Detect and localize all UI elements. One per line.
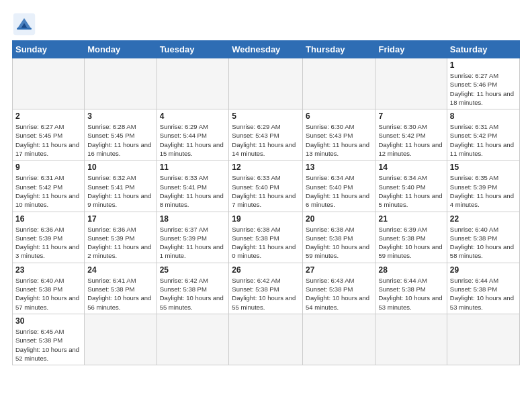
day-number: 12 (232, 163, 300, 172)
day-number: 1 (450, 60, 517, 70)
calendar-cell: 1Sunrise: 6:27 AM Sunset: 5:46 PM Daylig… (447, 58, 519, 109)
day-number: 5 (232, 111, 300, 121)
day-info: Sunrise: 6:30 AM Sunset: 5:43 PM Dayligh… (306, 122, 372, 158)
calendar: SundayMondayTuesdayWednesdayThursdayFrid… (12, 40, 520, 365)
day-info: Sunrise: 6:36 AM Sunset: 5:39 PM Dayligh… (87, 225, 153, 261)
day-number: 24 (87, 265, 153, 275)
day-info: Sunrise: 6:42 AM Sunset: 5:38 PM Dayligh… (232, 276, 300, 312)
calendar-cell: 4Sunrise: 6:29 AM Sunset: 5:44 PM Daylig… (157, 109, 229, 161)
week-row-5: 23Sunrise: 6:40 AM Sunset: 5:38 PM Dayli… (13, 263, 520, 314)
day-number: 18 (160, 214, 226, 224)
day-number: 27 (306, 265, 372, 275)
weekday-tuesday: Tuesday (157, 41, 229, 58)
calendar-cell: 21Sunrise: 6:39 AM Sunset: 5:38 PM Dayli… (375, 212, 447, 263)
calendar-cell: 20Sunrise: 6:38 AM Sunset: 5:38 PM Dayli… (303, 212, 375, 263)
calendar-cell: 23Sunrise: 6:40 AM Sunset: 5:38 PM Dayli… (13, 263, 85, 314)
calendar-cell: 6Sunrise: 6:30 AM Sunset: 5:43 PM Daylig… (303, 109, 375, 161)
day-number: 28 (378, 265, 443, 275)
calendar-cell: 24Sunrise: 6:41 AM Sunset: 5:38 PM Dayli… (85, 263, 157, 314)
day-number: 2 (15, 111, 81, 121)
calendar-cell (85, 58, 157, 109)
calendar-cell (157, 58, 229, 109)
day-number: 8 (450, 111, 517, 121)
day-number: 13 (306, 163, 372, 172)
calendar-cell: 25Sunrise: 6:42 AM Sunset: 5:38 PM Dayli… (157, 263, 229, 314)
day-info: Sunrise: 6:29 AM Sunset: 5:44 PM Dayligh… (160, 122, 226, 158)
calendar-cell (375, 314, 447, 365)
day-number: 25 (160, 265, 226, 275)
week-row-6: 30Sunrise: 6:45 AM Sunset: 5:38 PM Dayli… (13, 314, 520, 365)
day-number: 21 (378, 214, 443, 224)
day-info: Sunrise: 6:44 AM Sunset: 5:38 PM Dayligh… (450, 276, 517, 312)
day-info: Sunrise: 6:40 AM Sunset: 5:38 PM Dayligh… (15, 276, 81, 312)
calendar-cell: 29Sunrise: 6:44 AM Sunset: 5:38 PM Dayli… (447, 263, 519, 314)
day-number: 9 (15, 163, 81, 172)
day-number: 23 (15, 265, 81, 275)
weekday-header-row: SundayMondayTuesdayWednesdayThursdayFrid… (13, 41, 520, 58)
day-info: Sunrise: 6:39 AM Sunset: 5:38 PM Dayligh… (378, 225, 443, 261)
calendar-cell: 10Sunrise: 6:32 AM Sunset: 5:41 PM Dayli… (85, 161, 157, 212)
svg-rect-3 (17, 28, 32, 30)
day-number: 11 (160, 163, 226, 172)
day-number: 14 (378, 163, 443, 172)
day-number: 29 (450, 265, 517, 275)
day-info: Sunrise: 6:33 AM Sunset: 5:41 PM Dayligh… (160, 173, 226, 209)
day-info: Sunrise: 6:33 AM Sunset: 5:40 PM Dayligh… (232, 173, 300, 209)
day-info: Sunrise: 6:27 AM Sunset: 5:45 PM Dayligh… (15, 122, 81, 158)
calendar-cell: 9Sunrise: 6:31 AM Sunset: 5:42 PM Daylig… (13, 161, 85, 212)
day-info: Sunrise: 6:31 AM Sunset: 5:42 PM Dayligh… (15, 173, 81, 209)
calendar-cell (447, 314, 519, 365)
day-number: 7 (378, 111, 443, 121)
day-info: Sunrise: 6:43 AM Sunset: 5:38 PM Dayligh… (306, 276, 372, 312)
logo (12, 12, 39, 36)
day-info: Sunrise: 6:28 AM Sunset: 5:45 PM Dayligh… (87, 122, 153, 158)
day-number: 3 (87, 111, 153, 121)
day-info: Sunrise: 6:38 AM Sunset: 5:38 PM Dayligh… (306, 225, 372, 261)
calendar-cell (375, 58, 447, 109)
day-number: 26 (232, 265, 300, 275)
calendar-cell (13, 58, 85, 109)
day-number: 17 (87, 214, 153, 224)
calendar-cell (85, 314, 157, 365)
day-info: Sunrise: 6:32 AM Sunset: 5:41 PM Dayligh… (87, 173, 153, 209)
day-number: 16 (15, 214, 81, 224)
day-number: 4 (160, 111, 226, 121)
calendar-cell: 26Sunrise: 6:42 AM Sunset: 5:38 PM Dayli… (229, 263, 303, 314)
calendar-cell: 28Sunrise: 6:44 AM Sunset: 5:38 PM Dayli… (375, 263, 447, 314)
day-info: Sunrise: 6:27 AM Sunset: 5:46 PM Dayligh… (450, 71, 517, 107)
logo-icon (12, 12, 36, 36)
day-info: Sunrise: 6:34 AM Sunset: 5:40 PM Dayligh… (306, 173, 372, 209)
calendar-cell: 30Sunrise: 6:45 AM Sunset: 5:38 PM Dayli… (13, 314, 85, 365)
page: SundayMondayTuesdayWednesdayThursdayFrid… (0, 0, 532, 411)
calendar-cell: 2Sunrise: 6:27 AM Sunset: 5:45 PM Daylig… (13, 109, 85, 161)
calendar-cell: 8Sunrise: 6:31 AM Sunset: 5:42 PM Daylig… (447, 109, 519, 161)
day-info: Sunrise: 6:37 AM Sunset: 5:39 PM Dayligh… (160, 225, 226, 261)
calendar-cell (303, 58, 375, 109)
day-number: 6 (306, 111, 372, 121)
calendar-cell (229, 314, 303, 365)
weekday-thursday: Thursday (303, 41, 375, 58)
day-info: Sunrise: 6:42 AM Sunset: 5:38 PM Dayligh… (160, 276, 226, 312)
week-row-2: 2Sunrise: 6:27 AM Sunset: 5:45 PM Daylig… (13, 109, 520, 161)
calendar-cell: 14Sunrise: 6:34 AM Sunset: 5:40 PM Dayli… (375, 161, 447, 212)
calendar-cell: 15Sunrise: 6:35 AM Sunset: 5:39 PM Dayli… (447, 161, 519, 212)
calendar-cell: 19Sunrise: 6:38 AM Sunset: 5:38 PM Dayli… (229, 212, 303, 263)
day-info: Sunrise: 6:29 AM Sunset: 5:43 PM Dayligh… (232, 122, 300, 158)
calendar-cell (157, 314, 229, 365)
weekday-monday: Monday (85, 41, 157, 58)
day-info: Sunrise: 6:34 AM Sunset: 5:40 PM Dayligh… (378, 173, 443, 209)
day-info: Sunrise: 6:30 AM Sunset: 5:42 PM Dayligh… (378, 122, 443, 158)
day-info: Sunrise: 6:40 AM Sunset: 5:38 PM Dayligh… (450, 225, 517, 261)
day-info: Sunrise: 6:35 AM Sunset: 5:39 PM Dayligh… (450, 173, 517, 209)
day-info: Sunrise: 6:38 AM Sunset: 5:38 PM Dayligh… (232, 225, 300, 261)
day-info: Sunrise: 6:44 AM Sunset: 5:38 PM Dayligh… (378, 276, 443, 312)
day-number: 19 (232, 214, 300, 224)
calendar-cell: 13Sunrise: 6:34 AM Sunset: 5:40 PM Dayli… (303, 161, 375, 212)
calendar-cell: 27Sunrise: 6:43 AM Sunset: 5:38 PM Dayli… (303, 263, 375, 314)
calendar-cell: 12Sunrise: 6:33 AM Sunset: 5:40 PM Dayli… (229, 161, 303, 212)
day-info: Sunrise: 6:41 AM Sunset: 5:38 PM Dayligh… (87, 276, 153, 312)
calendar-cell: 7Sunrise: 6:30 AM Sunset: 5:42 PM Daylig… (375, 109, 447, 161)
day-number: 30 (15, 316, 81, 326)
day-number: 10 (87, 163, 153, 172)
week-row-4: 16Sunrise: 6:36 AM Sunset: 5:39 PM Dayli… (13, 212, 520, 263)
